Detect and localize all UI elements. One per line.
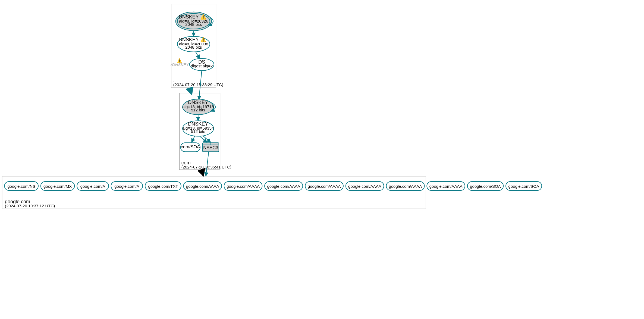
- svg-text:./DNSKEY: ./DNSKEY: [170, 62, 189, 67]
- svg-text:google.com/SOA: google.com/SOA: [508, 184, 539, 189]
- svg-text:google.com/AAAA: google.com/AAAA: [267, 184, 300, 189]
- record-node[interactable]: google.com/A: [111, 182, 143, 190]
- root-zone-label: .: [173, 77, 175, 83]
- record-node[interactable]: google.com/A: [77, 182, 108, 190]
- root-zone-timestamp: (2024-07-20 15:38:29 UTC): [173, 82, 223, 87]
- svg-text:2048 bits: 2048 bits: [185, 45, 202, 49]
- com-ksk-node[interactable]: DNSKEY alg=13, id=19718 512 bits: [182, 99, 214, 115]
- record-node[interactable]: google.com/SOA: [506, 182, 542, 190]
- com-zsk-node[interactable]: DNSKEY alg=13, id=59354 512 bits: [182, 121, 214, 136]
- root-zone-cluster: . (2024-07-20 15:38:29 UTC) DNSKEY ⚠️ al…: [170, 4, 223, 88]
- svg-rect-30: [2, 176, 426, 209]
- record-node[interactable]: google.com/AAAA: [427, 182, 465, 190]
- svg-text:google.com/A: google.com/A: [80, 184, 105, 189]
- svg-text:google.com/AAAA: google.com/AAAA: [186, 184, 219, 189]
- svg-text:google.com/AAAA: google.com/AAAA: [227, 184, 260, 189]
- root-zsk-node[interactable]: DNSKEY ⚠️ alg=8, id=20038 2048 bits: [177, 36, 210, 52]
- svg-text:google.com/A: google.com/A: [114, 184, 139, 189]
- com-soa-node[interactable]: com/SOA: [181, 143, 200, 152]
- svg-text:google.com/AAAA: google.com/AAAA: [348, 184, 381, 189]
- record-node[interactable]: google.com/MX: [41, 182, 74, 190]
- dnssec-diagram: . (2024-07-20 15:38:29 UTC) DNSKEY ⚠️ al…: [0, 0, 644, 319]
- record-node[interactable]: google.com/SOA: [467, 182, 503, 190]
- record-node[interactable]: google.com/TXT: [145, 182, 181, 190]
- google-zone-cluster: google.com (2024-07-20 19:37:12 UTC) goo…: [2, 176, 542, 209]
- com-nsec3-node[interactable]: NSEC3: [203, 143, 219, 152]
- record-node[interactable]: google.com/AAAA: [265, 182, 303, 190]
- record-node[interactable]: google.com/NS: [5, 182, 38, 190]
- svg-text:google.com/AAAA: google.com/AAAA: [308, 184, 341, 189]
- svg-text:2048 bits: 2048 bits: [185, 22, 202, 27]
- record-node[interactable]: google.com/AAAA: [346, 182, 384, 190]
- google-zone-timestamp: (2024-07-20 19:37:12 UTC): [5, 204, 55, 208]
- svg-text:google.com/TXT: google.com/TXT: [148, 184, 178, 189]
- svg-text:google.com/AAAA: google.com/AAAA: [389, 184, 422, 189]
- svg-text:512 bits: 512 bits: [191, 108, 205, 112]
- com-zone-timestamp: (2024-07-20 18:36:41 UTC): [181, 165, 231, 169]
- record-node[interactable]: google.com/AAAA: [224, 182, 262, 190]
- root-ksk-node[interactable]: DNSKEY ⚠️ alg=8, id=20326 2048 bits: [176, 12, 212, 31]
- record-node[interactable]: google.com/AAAA: [386, 182, 424, 190]
- root-ds-node[interactable]: DS digest alg=2: [190, 58, 214, 71]
- svg-text:NSEC3: NSEC3: [203, 145, 218, 150]
- record-node[interactable]: google.com/AAAA: [184, 182, 222, 190]
- root-hidden-dnskey: ⚠️ ./DNSKEY: [170, 58, 189, 67]
- record-node[interactable]: google.com/AAAA: [305, 182, 343, 190]
- svg-text:google.com/AAAA: google.com/AAAA: [429, 184, 463, 189]
- svg-text:google.com/NS: google.com/NS: [7, 184, 35, 189]
- svg-text:digest alg=2: digest alg=2: [191, 64, 213, 68]
- svg-text:com/SOA: com/SOA: [181, 144, 200, 149]
- svg-text:google.com/MX: google.com/MX: [43, 184, 72, 189]
- svg-text:google.com/SOA: google.com/SOA: [470, 184, 501, 189]
- svg-text:512 bits: 512 bits: [191, 129, 205, 134]
